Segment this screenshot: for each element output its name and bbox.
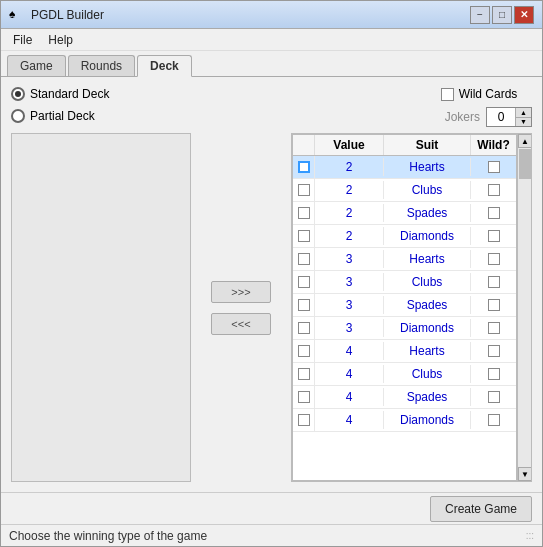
wild-checkbox-box[interactable] — [488, 230, 500, 242]
row-wild-checkbox[interactable] — [471, 225, 516, 247]
add-to-right-button[interactable]: >>> — [211, 281, 271, 303]
wild-checkbox-box[interactable] — [488, 391, 500, 403]
row-suit: Hearts — [384, 342, 471, 360]
table-row[interactable]: 4Clubs — [293, 363, 516, 386]
scroll-track[interactable] — [518, 148, 531, 467]
row-wild-checkbox[interactable] — [471, 317, 516, 339]
wild-checkbox-box[interactable] — [488, 414, 500, 426]
row-wild-checkbox[interactable] — [471, 179, 516, 201]
row-checkbox-0[interactable] — [293, 156, 315, 178]
menu-help[interactable]: Help — [40, 31, 81, 49]
menu-file[interactable]: File — [5, 31, 40, 49]
checkbox-box[interactable] — [298, 207, 310, 219]
checkbox-box[interactable] — [298, 161, 310, 173]
card-table-body[interactable]: 2Hearts2Clubs2Spades2Diamonds3Hearts3Clu… — [293, 156, 516, 480]
row-checkbox-8[interactable] — [293, 340, 315, 362]
wild-checkbox-box[interactable] — [488, 161, 500, 173]
table-row[interactable]: 2Diamonds — [293, 225, 516, 248]
radio-partial-label: Partial Deck — [30, 109, 95, 123]
table-row[interactable]: 3Spades — [293, 294, 516, 317]
table-row[interactable]: 4Diamonds — [293, 409, 516, 432]
close-button[interactable]: ✕ — [514, 6, 534, 24]
wild-checkbox-box[interactable] — [488, 276, 500, 288]
table-row[interactable]: 4Hearts — [293, 340, 516, 363]
wild-checkbox-box[interactable] — [488, 207, 500, 219]
row-checkbox-5[interactable] — [293, 271, 315, 293]
row-wild-checkbox[interactable] — [471, 363, 516, 385]
row-checkbox-9[interactable] — [293, 363, 315, 385]
row-checkbox-1[interactable] — [293, 179, 315, 201]
minimize-button[interactable]: − — [470, 6, 490, 24]
row-value: 2 — [315, 158, 384, 176]
wild-cards-checkbox[interactable] — [441, 88, 454, 101]
wild-cards-option[interactable]: Wild Cards — [441, 87, 532, 101]
maximize-button[interactable]: □ — [492, 6, 512, 24]
wild-checkbox-box[interactable] — [488, 184, 500, 196]
row-wild-checkbox[interactable] — [471, 294, 516, 316]
wild-checkbox-box[interactable] — [488, 345, 500, 357]
table-row[interactable]: 2Spades — [293, 202, 516, 225]
checkbox-box[interactable] — [298, 276, 310, 288]
row-wild-checkbox[interactable] — [471, 248, 516, 270]
scroll-down-button[interactable]: ▼ — [518, 467, 532, 481]
wild-checkbox-box[interactable] — [488, 322, 500, 334]
row-value: 4 — [315, 342, 384, 360]
checkbox-box[interactable] — [298, 391, 310, 403]
table-row[interactable]: 3Clubs — [293, 271, 516, 294]
checkbox-box[interactable] — [298, 184, 310, 196]
row-checkbox-4[interactable] — [293, 248, 315, 270]
row-value: 4 — [315, 411, 384, 429]
checkbox-box[interactable] — [298, 299, 310, 311]
table-scrollbar[interactable]: ▲ ▼ — [517, 134, 531, 481]
wild-checkbox-box[interactable] — [488, 253, 500, 265]
jokers-input[interactable] — [487, 108, 515, 126]
radio-standard-deck[interactable]: Standard Deck — [11, 87, 109, 101]
row-checkbox-10[interactable] — [293, 386, 315, 408]
row-wild-checkbox[interactable] — [471, 386, 516, 408]
options-row: Standard Deck Partial Deck Wild Cards Jo… — [11, 87, 532, 127]
scroll-up-button[interactable]: ▲ — [518, 134, 532, 148]
table-row[interactable]: 3Diamonds — [293, 317, 516, 340]
radio-standard-indicator — [11, 87, 25, 101]
row-value: 2 — [315, 227, 384, 245]
checkbox-box[interactable] — [298, 253, 310, 265]
remove-to-left-button[interactable]: <<< — [211, 313, 271, 335]
checkbox-box[interactable] — [298, 345, 310, 357]
checkbox-box[interactable] — [298, 414, 310, 426]
scroll-thumb[interactable] — [519, 149, 531, 179]
row-value: 3 — [315, 250, 384, 268]
checkbox-box[interactable] — [298, 230, 310, 242]
left-deck-panel — [11, 133, 191, 482]
row-wild-checkbox[interactable] — [471, 340, 516, 362]
checkbox-box[interactable] — [298, 368, 310, 380]
radio-partial-deck[interactable]: Partial Deck — [11, 109, 109, 123]
wild-checkbox-box[interactable] — [488, 299, 500, 311]
table-row[interactable]: 2Clubs — [293, 179, 516, 202]
tab-deck[interactable]: Deck — [137, 55, 192, 77]
row-wild-checkbox[interactable] — [471, 202, 516, 224]
jokers-spinner[interactable]: ▲ ▼ — [486, 107, 532, 127]
row-checkbox-6[interactable] — [293, 294, 315, 316]
status-bar: Choose the winning type of the game ::: — [1, 524, 542, 546]
table-row[interactable]: 2Hearts — [293, 156, 516, 179]
create-game-button[interactable]: Create Game — [430, 496, 532, 522]
wild-checkbox-box[interactable] — [488, 368, 500, 380]
row-checkbox-2[interactable] — [293, 202, 315, 224]
tab-game[interactable]: Game — [7, 55, 66, 76]
spinner-up[interactable]: ▲ — [515, 108, 531, 118]
card-table: Value Suit Wild? 2Hearts2Clubs2Spades2Di… — [292, 134, 517, 481]
spinner-down[interactable]: ▼ — [515, 118, 531, 127]
row-checkbox-7[interactable] — [293, 317, 315, 339]
left-options: Standard Deck Partial Deck — [11, 87, 109, 123]
table-row[interactable]: 3Hearts — [293, 248, 516, 271]
row-checkbox-11[interactable] — [293, 409, 315, 431]
checkbox-box[interactable] — [298, 322, 310, 334]
row-wild-checkbox[interactable] — [471, 409, 516, 431]
row-wild-checkbox[interactable] — [471, 271, 516, 293]
tab-rounds[interactable]: Rounds — [68, 55, 135, 76]
col-header-suit: Suit — [384, 135, 471, 155]
table-row[interactable]: 4Spades — [293, 386, 516, 409]
row-checkbox-3[interactable] — [293, 225, 315, 247]
row-wild-checkbox[interactable] — [471, 156, 516, 178]
row-suit: Clubs — [384, 273, 471, 291]
